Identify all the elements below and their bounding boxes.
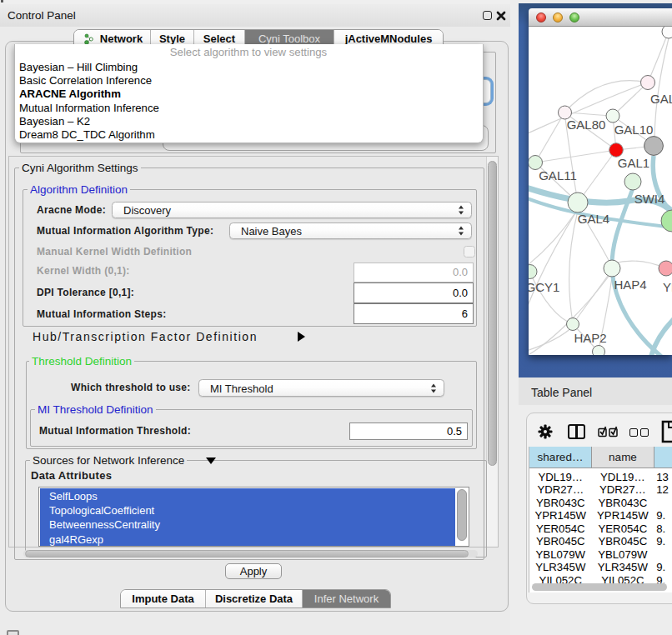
svg-text:SWI4: SWI4 — [634, 192, 665, 206]
svg-text:GAL10: GAL10 — [614, 122, 654, 137]
svg-text:GAL80: GAL80 — [567, 118, 606, 132]
svg-text:YM: YM — [663, 280, 672, 294]
svg-text:GCY1: GCY1 — [529, 280, 559, 294]
svg-text:GAL11: GAL11 — [539, 168, 577, 182]
svg-text:HAP2: HAP2 — [574, 331, 606, 345]
svg-text:HAP4: HAP4 — [614, 278, 646, 292]
svg-text:GAL4: GAL4 — [578, 212, 609, 226]
svg-text:GAL1: GAL1 — [618, 156, 649, 170]
svg-text:GAL2: GAL2 — [650, 92, 672, 106]
